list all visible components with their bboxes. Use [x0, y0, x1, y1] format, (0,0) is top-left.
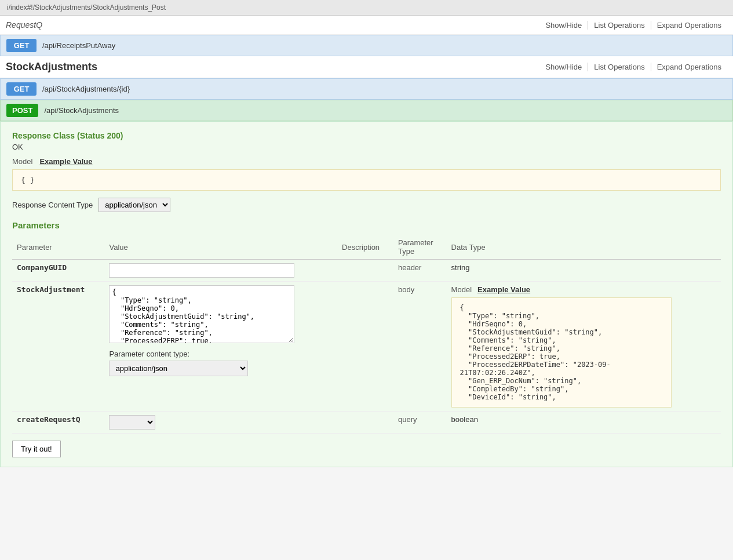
post-expanded-section: Response Class (Status 200) OK Model Exa… — [0, 121, 733, 467]
example-value-block: { "Type": "string", "HdrSeqno": 0, "Stoc… — [451, 297, 672, 408]
parameters-title: Parameters — [12, 220, 721, 230]
stock-list-operations[interactable]: List Operations — [588, 63, 650, 71]
param-content-type-label: Parameter content type: — [109, 350, 333, 358]
requestq-get-row[interactable]: GET /api/ReceiptsPutAway — [0, 35, 733, 56]
col-data-type: Data Type — [447, 235, 721, 260]
requestq-title: RequestQ — [6, 20, 42, 30]
param-desc-stockadj — [337, 282, 393, 412]
table-row: CompanyGUID header string — [12, 260, 721, 282]
model-example-tabs: Model Example Value — [451, 285, 716, 294]
table-row: StockAdjustment { "Type": "string", "Hdr… — [12, 282, 721, 412]
param-desc-companyguid — [337, 260, 393, 282]
response-class-title: Response Class (Status 200) — [12, 131, 721, 140]
response-content-type-row: Response Content Type application/json t… — [12, 198, 721, 212]
param-datatype-stockadj: Model Example Value { "Type": "string", … — [447, 282, 721, 412]
requestq-show-hide[interactable]: Show/Hide — [539, 21, 588, 30]
example-tab-stockadj[interactable]: Example Value — [477, 285, 530, 294]
col-parameter: Parameter — [12, 235, 104, 260]
receipts-endpoint-path: /api/ReceiptsPutAway — [42, 41, 115, 50]
requestq-expand-operations[interactable]: Expand Operations — [651, 21, 727, 30]
param-content-type-row: Parameter content type: application/json… — [109, 350, 333, 376]
model-tab[interactable]: Model — [12, 157, 32, 166]
param-input-companyguid[interactable] — [109, 263, 294, 278]
requestq-section: RequestQ Show/Hide List Operations Expan… — [0, 16, 733, 35]
col-value: Value — [104, 235, 337, 260]
stock-show-hide[interactable]: Show/Hide — [539, 63, 588, 71]
browser-url: i/index#!/StockAdjustments/StockAdjustme… — [0, 0, 733, 16]
example-value-tab[interactable]: Example Value — [39, 157, 92, 166]
param-type-stockadj: body — [393, 282, 447, 412]
stock-adjustments-title: StockAdjustments — [6, 61, 97, 73]
col-description: Description — [337, 235, 393, 260]
param-content-type-select[interactable]: application/json text/xml text/plain — [109, 361, 248, 376]
param-name-createrequestq: createRequestQ — [17, 415, 81, 424]
param-name-stockadj: StockAdjustment — [17, 285, 85, 294]
model-tab-stockadj[interactable]: Model — [451, 285, 472, 294]
param-textarea-stockadj[interactable]: { "Type": "string", "HdrSeqno": 0, "Stoc… — [109, 285, 294, 343]
response-ok-text: OK — [12, 143, 721, 151]
table-row: createRequestQ true false query boolean — [12, 412, 721, 434]
stock-get-path: /api/StockAdjustments/{id} — [42, 85, 130, 93]
param-type-companyguid: header — [393, 260, 447, 282]
requestq-links: Show/Hide List Operations Expand Operati… — [539, 21, 727, 30]
post-badge-stock: POST — [6, 104, 38, 117]
response-json-block: { } — [12, 169, 721, 191]
response-content-type-label: Response Content Type — [12, 201, 93, 209]
param-name-companyguid: CompanyGUID — [17, 263, 67, 272]
stock-adjustments-links: Show/Hide List Operations Expand Operati… — [539, 63, 727, 71]
model-tabs: Model Example Value — [12, 157, 721, 166]
param-desc-createrequestq — [337, 412, 393, 434]
stock-expand-operations[interactable]: Expand Operations — [651, 63, 727, 71]
param-datatype-createrequestq: boolean — [447, 412, 721, 434]
param-select-createrequestq[interactable]: true false — [109, 415, 155, 430]
try-it-out-button[interactable]: Try it out! — [12, 441, 61, 457]
stock-get-row[interactable]: GET /api/StockAdjustments/{id} — [0, 78, 733, 100]
response-content-type-select[interactable]: application/json text/xml text/plain — [99, 198, 170, 212]
stock-post-path: /api/StockAdjustments — [44, 106, 119, 115]
requestq-list-operations[interactable]: List Operations — [588, 21, 650, 30]
stock-adjustments-header: StockAdjustments Show/Hide List Operatio… — [0, 56, 733, 78]
param-type-createrequestq: query — [393, 412, 447, 434]
col-param-type: ParameterType — [393, 235, 447, 260]
get-badge-stock: GET — [6, 82, 37, 96]
param-datatype-companyguid: string — [447, 260, 721, 282]
stock-post-row[interactable]: POST /api/StockAdjustments — [0, 100, 733, 121]
get-badge-receipts: GET — [6, 39, 37, 52]
parameters-table: Parameter Value Description ParameterTyp… — [12, 235, 721, 434]
